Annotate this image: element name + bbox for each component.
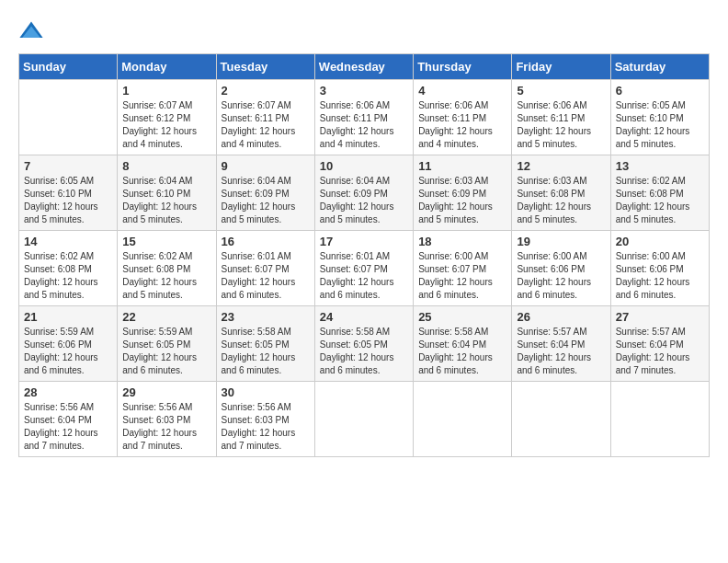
day-info: Sunrise: 6:05 AM Sunset: 6:10 PM Dayligh…: [616, 99, 704, 151]
calendar-cell: 16Sunrise: 6:01 AM Sunset: 6:07 PM Dayli…: [216, 231, 314, 306]
day-number: 9: [222, 159, 310, 173]
calendar-cell: 12Sunrise: 6:03 AM Sunset: 6:08 PM Dayli…: [512, 155, 610, 231]
calendar-cell: 7Sunrise: 6:05 AM Sunset: 6:10 PM Daylig…: [19, 155, 118, 231]
day-info: Sunrise: 6:05 AM Sunset: 6:10 PM Dayligh…: [24, 175, 112, 226]
day-number: 18: [418, 235, 506, 248]
week-row-4: 21Sunrise: 5:59 AM Sunset: 6:06 PM Dayli…: [19, 306, 710, 382]
day-number: 28: [24, 385, 112, 399]
calendar-cell: [19, 80, 118, 155]
column-header-tuesday: Tuesday: [216, 54, 314, 80]
day-info: Sunrise: 5:58 AM Sunset: 6:05 PM Dayligh…: [320, 326, 408, 377]
day-number: 3: [320, 84, 408, 98]
day-number: 27: [616, 310, 704, 324]
day-number: 14: [24, 235, 112, 248]
calendar-cell: 5Sunrise: 6:06 AM Sunset: 6:11 PM Daylig…: [512, 80, 610, 155]
day-info: Sunrise: 5:57 AM Sunset: 6:04 PM Dayligh…: [517, 326, 605, 377]
calendar-cell: 14Sunrise: 6:02 AM Sunset: 6:08 PM Dayli…: [19, 231, 118, 306]
header-row: SundayMondayTuesdayWednesdayThursdayFrid…: [19, 54, 710, 80]
day-info: Sunrise: 5:59 AM Sunset: 6:06 PM Dayligh…: [24, 326, 112, 377]
logo: [18, 18, 48, 44]
day-number: 30: [222, 385, 310, 399]
day-info: Sunrise: 5:56 AM Sunset: 6:03 PM Dayligh…: [122, 401, 210, 453]
day-info: Sunrise: 5:58 AM Sunset: 6:04 PM Dayligh…: [418, 326, 506, 377]
day-number: 22: [122, 310, 210, 324]
calendar-cell: 9Sunrise: 6:04 AM Sunset: 6:09 PM Daylig…: [216, 155, 314, 231]
day-info: Sunrise: 6:02 AM Sunset: 6:08 PM Dayligh…: [24, 250, 112, 302]
logo-icon: [18, 18, 44, 44]
day-number: 29: [122, 385, 210, 399]
day-number: 20: [616, 235, 704, 248]
day-number: 17: [320, 235, 408, 248]
day-info: Sunrise: 5:56 AM Sunset: 6:03 PM Dayligh…: [222, 401, 310, 453]
day-info: Sunrise: 6:00 AM Sunset: 6:07 PM Dayligh…: [418, 250, 506, 302]
day-info: Sunrise: 6:02 AM Sunset: 6:08 PM Dayligh…: [122, 250, 210, 302]
calendar-cell: 6Sunrise: 6:05 AM Sunset: 6:10 PM Daylig…: [610, 80, 709, 155]
week-row-3: 14Sunrise: 6:02 AM Sunset: 6:08 PM Dayli…: [19, 231, 710, 306]
column-header-wednesday: Wednesday: [314, 54, 413, 80]
week-row-5: 28Sunrise: 5:56 AM Sunset: 6:04 PM Dayli…: [19, 382, 710, 457]
calendar-cell: 17Sunrise: 6:01 AM Sunset: 6:07 PM Dayli…: [314, 231, 413, 306]
calendar-cell: 25Sunrise: 5:58 AM Sunset: 6:04 PM Dayli…: [414, 306, 512, 382]
day-info: Sunrise: 6:03 AM Sunset: 6:09 PM Dayligh…: [418, 175, 506, 226]
calendar-cell: [512, 382, 610, 457]
calendar-cell: 23Sunrise: 5:58 AM Sunset: 6:05 PM Dayli…: [216, 306, 314, 382]
day-info: Sunrise: 5:57 AM Sunset: 6:04 PM Dayligh…: [616, 326, 704, 377]
day-info: Sunrise: 5:58 AM Sunset: 6:05 PM Dayligh…: [222, 326, 310, 377]
calendar-cell: 30Sunrise: 5:56 AM Sunset: 6:03 PM Dayli…: [216, 382, 314, 457]
day-info: Sunrise: 6:06 AM Sunset: 6:11 PM Dayligh…: [517, 99, 605, 151]
day-number: 16: [222, 235, 310, 248]
calendar-cell: 13Sunrise: 6:02 AM Sunset: 6:08 PM Dayli…: [610, 155, 709, 231]
day-info: Sunrise: 6:02 AM Sunset: 6:08 PM Dayligh…: [616, 175, 704, 226]
day-info: Sunrise: 5:59 AM Sunset: 6:05 PM Dayligh…: [122, 326, 210, 377]
day-info: Sunrise: 6:03 AM Sunset: 6:08 PM Dayligh…: [517, 175, 605, 226]
day-number: 2: [222, 84, 310, 98]
day-info: Sunrise: 6:06 AM Sunset: 6:11 PM Dayligh…: [320, 99, 408, 151]
day-number: 12: [517, 159, 605, 173]
calendar-cell: 10Sunrise: 6:04 AM Sunset: 6:09 PM Dayli…: [314, 155, 413, 231]
day-number: 21: [24, 310, 112, 324]
day-number: 7: [24, 159, 112, 173]
day-number: 5: [517, 84, 605, 98]
calendar-cell: [314, 382, 413, 457]
calendar-cell: 8Sunrise: 6:04 AM Sunset: 6:10 PM Daylig…: [118, 155, 216, 231]
day-info: Sunrise: 6:04 AM Sunset: 6:09 PM Dayligh…: [222, 175, 310, 226]
week-row-1: 1Sunrise: 6:07 AM Sunset: 6:12 PM Daylig…: [19, 80, 710, 155]
calendar-cell: 4Sunrise: 6:06 AM Sunset: 6:11 PM Daylig…: [414, 80, 512, 155]
calendar-cell: 19Sunrise: 6:00 AM Sunset: 6:06 PM Dayli…: [512, 231, 610, 306]
column-header-friday: Friday: [512, 54, 610, 80]
day-number: 1: [122, 84, 210, 98]
calendar-cell: 15Sunrise: 6:02 AM Sunset: 6:08 PM Dayli…: [118, 231, 216, 306]
day-number: 24: [320, 310, 408, 324]
day-info: Sunrise: 5:56 AM Sunset: 6:04 PM Dayligh…: [24, 401, 112, 453]
calendar-cell: [610, 382, 709, 457]
column-header-saturday: Saturday: [610, 54, 709, 80]
column-header-thursday: Thursday: [414, 54, 512, 80]
day-number: 10: [320, 159, 408, 173]
day-info: Sunrise: 6:07 AM Sunset: 6:11 PM Dayligh…: [222, 99, 310, 151]
calendar-cell: 20Sunrise: 6:00 AM Sunset: 6:06 PM Dayli…: [610, 231, 709, 306]
day-info: Sunrise: 6:01 AM Sunset: 6:07 PM Dayligh…: [222, 250, 310, 302]
calendar-table: SundayMondayTuesdayWednesdayThursdayFrid…: [18, 53, 710, 457]
day-info: Sunrise: 6:04 AM Sunset: 6:10 PM Dayligh…: [122, 175, 210, 226]
calendar-cell: 24Sunrise: 5:58 AM Sunset: 6:05 PM Dayli…: [314, 306, 413, 382]
day-number: 11: [418, 159, 506, 173]
page-header: [18, 18, 710, 44]
day-number: 15: [122, 235, 210, 248]
calendar-cell: 21Sunrise: 5:59 AM Sunset: 6:06 PM Dayli…: [19, 306, 118, 382]
week-row-2: 7Sunrise: 6:05 AM Sunset: 6:10 PM Daylig…: [19, 155, 710, 231]
calendar-cell: [414, 382, 512, 457]
calendar-cell: 18Sunrise: 6:00 AM Sunset: 6:07 PM Dayli…: [414, 231, 512, 306]
calendar-cell: 22Sunrise: 5:59 AM Sunset: 6:05 PM Dayli…: [118, 306, 216, 382]
calendar-cell: 1Sunrise: 6:07 AM Sunset: 6:12 PM Daylig…: [118, 80, 216, 155]
day-info: Sunrise: 6:01 AM Sunset: 6:07 PM Dayligh…: [320, 250, 408, 302]
day-info: Sunrise: 6:04 AM Sunset: 6:09 PM Dayligh…: [320, 175, 408, 226]
column-header-sunday: Sunday: [19, 54, 118, 80]
calendar-cell: 2Sunrise: 6:07 AM Sunset: 6:11 PM Daylig…: [216, 80, 314, 155]
day-number: 13: [616, 159, 704, 173]
day-info: Sunrise: 6:00 AM Sunset: 6:06 PM Dayligh…: [616, 250, 704, 302]
calendar-cell: 27Sunrise: 5:57 AM Sunset: 6:04 PM Dayli…: [610, 306, 709, 382]
day-info: Sunrise: 6:07 AM Sunset: 6:12 PM Dayligh…: [122, 99, 210, 151]
calendar-cell: 26Sunrise: 5:57 AM Sunset: 6:04 PM Dayli…: [512, 306, 610, 382]
day-info: Sunrise: 6:06 AM Sunset: 6:11 PM Dayligh…: [418, 99, 506, 151]
day-number: 25: [418, 310, 506, 324]
